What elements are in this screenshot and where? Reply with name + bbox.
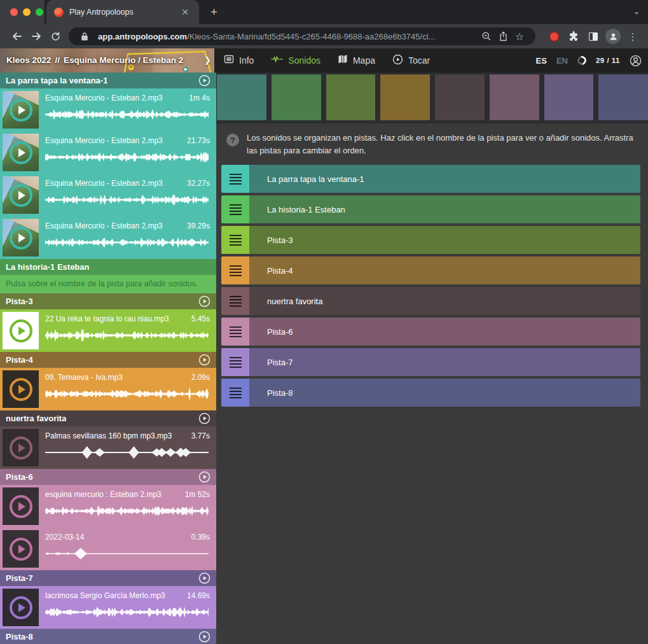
clip-item[interactable]: Esquina Mercurio - Esteban 2.mp339.29s — [0, 216, 216, 259]
track-row-body[interactable]: Pista-6 — [249, 318, 640, 346]
clip-item[interactable]: Esquina Mercurio - Esteban 2.mp321.73s — [0, 131, 216, 174]
track-play-button[interactable] — [198, 631, 210, 643]
play-triangle-icon — [18, 603, 25, 612]
track-drag-handle-icon[interactable] — [221, 195, 249, 223]
reload-button[interactable] — [46, 27, 65, 46]
extensions-puzzle-icon[interactable] — [565, 27, 583, 45]
clip-item[interactable]: Esquina Mercurio - Esteban 2.mp31m 4s — [0, 88, 216, 131]
play-triangle-icon — [18, 106, 25, 115]
sidebar-track-header[interactable]: La historia-1 Esteban — [0, 259, 216, 275]
sidebar-track-header[interactable]: La parra tapa la ventana-1 — [0, 73, 216, 88]
track-play-button[interactable] — [198, 74, 210, 87]
chevron-right-icon[interactable]: ❯ — [204, 55, 211, 65]
track-play-button[interactable] — [198, 471, 210, 483]
track-play-button[interactable] — [198, 295, 210, 307]
track-row-label: Pista-6 — [267, 327, 293, 337]
clip-duration: 3.77s — [191, 431, 210, 441]
track-row[interactable]: Pista-8 — [221, 379, 640, 407]
clip-play-button[interactable] — [10, 184, 32, 207]
track-name-label: Pista-6 — [6, 472, 33, 482]
track-play-button[interactable] — [198, 354, 210, 366]
sidebar-track-header[interactable]: Pista-8 — [0, 629, 216, 644]
clip-meta: Esquina Mercurio - Esteban 2.mp321.73s — [45, 136, 210, 146]
track-row-body[interactable]: nuertra favorita — [249, 287, 640, 315]
clip-item[interactable]: lacrimosa Sergio García Merlo.mp314.69s — [0, 586, 216, 629]
new-tab-button[interactable]: + — [207, 4, 221, 20]
track-row-body[interactable]: La parra tapa la ventana-1 — [249, 165, 640, 193]
track-row-body[interactable]: Pista-4 — [249, 256, 640, 284]
share-icon[interactable] — [495, 28, 511, 45]
clip-item[interactable]: esquina mercurio : Esteban 2.mp31m 52s — [0, 485, 216, 528]
language-en-button[interactable]: EN — [556, 56, 568, 66]
nav-tab-info[interactable]: Info — [224, 54, 254, 67]
sidebar-track-header[interactable]: Pista-7 — [0, 570, 216, 586]
track-drag-handle-icon[interactable] — [221, 318, 249, 346]
play-triangle-icon — [18, 545, 25, 554]
back-button[interactable] — [8, 27, 27, 46]
track-row-body[interactable]: Pista-7 — [249, 348, 640, 376]
forward-button[interactable] — [27, 27, 46, 46]
nav-tab-mapa[interactable]: Mapa — [338, 54, 375, 67]
clip-duration: 0.39s — [191, 532, 210, 542]
track-row-body[interactable]: Pista-8 — [249, 379, 640, 407]
language-es-button[interactable]: ES — [536, 56, 547, 66]
track-row-body[interactable]: La historia-1 Esteban — [249, 195, 640, 223]
bookmark-star-icon[interactable]: ☆ — [511, 28, 528, 45]
track-row-body[interactable]: Pista-3 — [249, 226, 640, 254]
track-row[interactable]: La parra tapa la ventana-1 — [221, 165, 640, 193]
clip-play-button[interactable] — [10, 538, 32, 561]
track-drag-handle-icon[interactable] — [221, 165, 249, 193]
track-row[interactable]: Pista-7 — [221, 348, 640, 376]
track-play-button[interactable] — [198, 572, 210, 584]
clip-play-button[interactable] — [10, 437, 32, 459]
track-row[interactable]: Pista-4 — [221, 256, 640, 284]
track-row[interactable]: La historia-1 Esteban — [221, 195, 640, 223]
track-drag-handle-icon[interactable] — [221, 348, 249, 376]
clip-play-button[interactable] — [10, 99, 32, 122]
nav-tab-sonidos[interactable]: Sonidos — [271, 54, 321, 67]
track-drag-handle-icon[interactable] — [221, 287, 249, 315]
track-row[interactable]: Pista-6 — [221, 318, 640, 346]
tab-favicon-icon — [54, 8, 64, 17]
clip-play-button[interactable] — [10, 495, 32, 518]
clip-item[interactable]: 09. Temaeva - Iva.mp32.09s — [0, 368, 216, 410]
zoom-out-icon[interactable] — [478, 28, 495, 45]
swatch-band — [216, 73, 648, 123]
browser-menu-icon[interactable]: ⋮ — [624, 27, 642, 45]
clip-item[interactable]: Esquina Mercurio - Esteban 2.mp332.27s — [0, 174, 216, 216]
side-panel-extension-icon[interactable] — [584, 27, 602, 45]
minimize-window-button[interactable] — [23, 8, 31, 16]
track-row[interactable]: nuertra favorita — [221, 287, 640, 315]
lock-icon[interactable] — [76, 28, 93, 45]
recording-extension-icon[interactable] — [545, 27, 563, 45]
sidebar-track-header[interactable]: Pista-6 — [0, 469, 216, 485]
clip-play-button[interactable] — [10, 319, 32, 342]
track-play-button[interactable] — [198, 412, 210, 424]
window-controls — [10, 8, 43, 16]
tab-strip-chevron-icon[interactable]: ⌄ — [633, 7, 640, 16]
clip-play-button[interactable] — [10, 596, 32, 619]
clip-item[interactable]: 22 Ua reka te tagnia to rau niau.mp35.45… — [0, 309, 216, 352]
track-row-label: La historia-1 Esteban — [267, 205, 345, 214]
close-window-button[interactable] — [10, 8, 18, 16]
browser-tab[interactable]: Play Antropoloops ✕ — [46, 0, 199, 24]
track-drag-handle-icon[interactable] — [221, 226, 249, 254]
track-row[interactable]: Pista-3 — [221, 226, 640, 254]
sidebar-track-header[interactable]: Pista-3 — [0, 293, 216, 309]
address-bar[interactable]: app.antropoloops.com/Kleos-Santa-Marina/… — [69, 27, 535, 45]
clip-play-button[interactable] — [10, 141, 32, 164]
clip-item[interactable]: 2022-03-140.39s — [0, 528, 216, 570]
account-icon[interactable] — [630, 55, 642, 67]
browser-profile-avatar[interactable] — [604, 27, 622, 45]
track-drag-handle-icon[interactable] — [221, 256, 249, 284]
clip-play-button[interactable] — [10, 227, 32, 249]
clip-play-button[interactable] — [10, 378, 32, 401]
track-drag-handle-icon[interactable] — [221, 379, 249, 407]
sidebar-track-header[interactable]: Pista-4 — [0, 352, 216, 368]
zoom-window-button[interactable] — [36, 8, 43, 16]
clip-item[interactable]: Palmas sevillanas 160 bpm mp3.mp33.77s — [0, 426, 216, 469]
tab-close-icon[interactable]: ✕ — [179, 6, 191, 18]
sidebar-track-header[interactable]: nuertra favorita — [0, 410, 216, 426]
nav-tab-tocar[interactable]: Tocar — [392, 54, 430, 67]
map-thumbnail[interactable]: Kleos 2022//Esquina Mercurio / Esteban 2… — [0, 48, 214, 73]
